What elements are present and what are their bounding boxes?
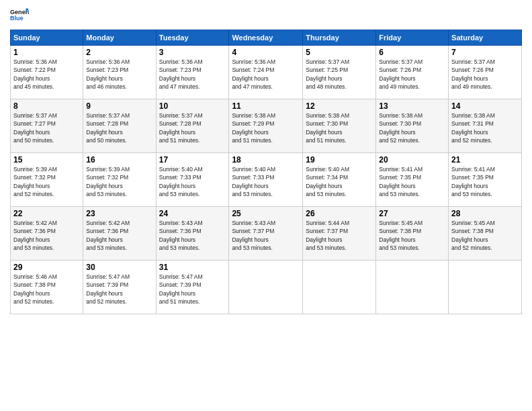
week-row-5: 29 Sunrise: 5:46 AMSunset: 7:38 PMDaylig… xyxy=(11,261,522,314)
calendar-cell xyxy=(229,261,303,314)
day-number: 19 xyxy=(306,155,373,165)
calendar-table: SundayMondayTuesdayWednesdayThursdayFrid… xyxy=(10,30,522,314)
calendar-cell: 16 Sunrise: 5:39 AMSunset: 7:32 PMDaylig… xyxy=(83,153,156,207)
day-number: 1 xyxy=(13,48,80,57)
logo-icon: General Blue xyxy=(10,7,29,26)
calendar-cell: 13 Sunrise: 5:38 AMSunset: 7:30 PMDaylig… xyxy=(376,99,449,153)
day-detail: Sunrise: 5:36 AMSunset: 7:23 PMDaylight … xyxy=(86,58,130,90)
day-number: 14 xyxy=(451,101,519,111)
calendar-cell xyxy=(449,261,522,314)
calendar-cell: 5 Sunrise: 5:37 AMSunset: 7:25 PMDayligh… xyxy=(303,46,376,99)
calendar-cell: 23 Sunrise: 5:42 AMSunset: 7:36 PMDaylig… xyxy=(83,207,156,261)
day-number: 10 xyxy=(159,101,226,111)
day-detail: Sunrise: 5:41 AMSunset: 7:35 PMDaylight … xyxy=(379,166,423,197)
day-number: 13 xyxy=(379,101,445,111)
calendar-cell xyxy=(376,261,449,314)
header: General Blue xyxy=(10,7,522,26)
calendar-cell: 31 Sunrise: 5:47 AMSunset: 7:39 PMDaylig… xyxy=(156,261,229,314)
day-detail: Sunrise: 5:38 AMSunset: 7:30 PMDaylight … xyxy=(379,112,423,144)
calendar-cell: 19 Sunrise: 5:40 AMSunset: 7:34 PMDaylig… xyxy=(303,153,376,207)
calendar-cell: 15 Sunrise: 5:39 AMSunset: 7:32 PMDaylig… xyxy=(11,153,83,207)
calendar-cell: 1 Sunrise: 5:36 AMSunset: 7:22 PMDayligh… xyxy=(11,46,83,99)
calendar-cell: 28 Sunrise: 5:45 AMSunset: 7:38 PMDaylig… xyxy=(449,207,522,261)
day-detail: Sunrise: 5:45 AMSunset: 7:38 PMDaylight … xyxy=(379,220,423,251)
day-detail: Sunrise: 5:46 AMSunset: 7:38 PMDaylight … xyxy=(13,273,57,305)
calendar-cell: 11 Sunrise: 5:38 AMSunset: 7:29 PMDaylig… xyxy=(229,99,303,153)
calendar-cell: 2 Sunrise: 5:36 AMSunset: 7:23 PMDayligh… xyxy=(83,46,156,99)
day-detail: Sunrise: 5:37 AMSunset: 7:26 PMDaylight … xyxy=(379,58,423,90)
day-number: 15 xyxy=(13,155,80,165)
day-detail: Sunrise: 5:37 AMSunset: 7:26 PMDaylight … xyxy=(451,58,495,90)
day-number: 8 xyxy=(13,101,80,111)
day-detail: Sunrise: 5:37 AMSunset: 7:25 PMDaylight … xyxy=(306,58,349,90)
calendar-cell: 26 Sunrise: 5:44 AMSunset: 7:37 PMDaylig… xyxy=(303,207,376,261)
day-detail: Sunrise: 5:47 AMSunset: 7:39 PMDaylight … xyxy=(86,273,130,305)
calendar-cell: 12 Sunrise: 5:38 AMSunset: 7:30 PMDaylig… xyxy=(303,99,376,153)
week-row-3: 15 Sunrise: 5:39 AMSunset: 7:32 PMDaylig… xyxy=(11,153,522,207)
day-detail: Sunrise: 5:36 AMSunset: 7:22 PMDaylight … xyxy=(13,58,57,90)
day-number: 2 xyxy=(86,48,152,57)
day-number: 26 xyxy=(306,209,373,218)
calendar-cell: 29 Sunrise: 5:46 AMSunset: 7:38 PMDaylig… xyxy=(11,261,83,314)
calendar-cell xyxy=(303,261,376,314)
day-number: 24 xyxy=(159,209,226,218)
calendar-cell: 14 Sunrise: 5:38 AMSunset: 7:31 PMDaylig… xyxy=(449,99,522,153)
day-number: 7 xyxy=(451,48,519,57)
day-detail: Sunrise: 5:41 AMSunset: 7:35 PMDaylight … xyxy=(451,166,495,197)
weekday-header-saturday: Saturday xyxy=(449,30,522,46)
page: General Blue SundayMondayTuesdayWednesda… xyxy=(0,0,532,411)
day-number: 27 xyxy=(379,209,445,218)
calendar-cell: 4 Sunrise: 5:36 AMSunset: 7:24 PMDayligh… xyxy=(229,46,303,99)
day-detail: Sunrise: 5:39 AMSunset: 7:32 PMDaylight … xyxy=(13,166,57,197)
day-detail: Sunrise: 5:42 AMSunset: 7:36 PMDaylight … xyxy=(13,220,57,251)
day-detail: Sunrise: 5:38 AMSunset: 7:31 PMDaylight … xyxy=(451,112,495,144)
day-number: 28 xyxy=(451,209,519,218)
day-number: 12 xyxy=(306,101,373,111)
day-detail: Sunrise: 5:39 AMSunset: 7:32 PMDaylight … xyxy=(86,166,130,197)
day-number: 18 xyxy=(232,155,300,165)
weekday-header-friday: Friday xyxy=(376,30,449,46)
day-detail: Sunrise: 5:42 AMSunset: 7:36 PMDaylight … xyxy=(86,220,130,251)
calendar-cell: 7 Sunrise: 5:37 AMSunset: 7:26 PMDayligh… xyxy=(449,46,522,99)
day-detail: Sunrise: 5:40 AMSunset: 7:33 PMDaylight … xyxy=(232,166,275,197)
weekday-header-tuesday: Tuesday xyxy=(156,30,229,46)
weekday-header-wednesday: Wednesday xyxy=(229,30,303,46)
day-detail: Sunrise: 5:44 AMSunset: 7:37 PMDaylight … xyxy=(306,220,349,251)
weekday-header-sunday: Sunday xyxy=(11,30,83,46)
day-detail: Sunrise: 5:45 AMSunset: 7:38 PMDaylight … xyxy=(451,220,495,251)
day-detail: Sunrise: 5:37 AMSunset: 7:28 PMDaylight … xyxy=(159,112,203,144)
day-detail: Sunrise: 5:47 AMSunset: 7:39 PMDaylight … xyxy=(159,273,203,305)
calendar-cell: 9 Sunrise: 5:37 AMSunset: 7:28 PMDayligh… xyxy=(83,99,156,153)
day-number: 21 xyxy=(451,155,519,165)
day-detail: Sunrise: 5:43 AMSunset: 7:37 PMDaylight … xyxy=(232,220,275,251)
weekday-header-monday: Monday xyxy=(83,30,156,46)
day-detail: Sunrise: 5:38 AMSunset: 7:30 PMDaylight … xyxy=(306,112,349,144)
calendar-cell: 3 Sunrise: 5:36 AMSunset: 7:23 PMDayligh… xyxy=(156,46,229,99)
day-number: 9 xyxy=(86,101,152,111)
calendar-cell: 30 Sunrise: 5:47 AMSunset: 7:39 PMDaylig… xyxy=(83,261,156,314)
day-detail: Sunrise: 5:36 AMSunset: 7:23 PMDaylight … xyxy=(159,58,203,90)
weekday-header-thursday: Thursday xyxy=(303,30,376,46)
day-detail: Sunrise: 5:36 AMSunset: 7:24 PMDaylight … xyxy=(232,58,275,90)
day-detail: Sunrise: 5:37 AMSunset: 7:27 PMDaylight … xyxy=(13,112,57,144)
day-number: 25 xyxy=(232,209,300,218)
svg-text:Blue: Blue xyxy=(10,15,24,21)
day-detail: Sunrise: 5:37 AMSunset: 7:28 PMDaylight … xyxy=(86,112,130,144)
calendar-cell: 6 Sunrise: 5:37 AMSunset: 7:26 PMDayligh… xyxy=(376,46,449,99)
calendar-cell: 8 Sunrise: 5:37 AMSunset: 7:27 PMDayligh… xyxy=(11,99,83,153)
day-number: 3 xyxy=(159,48,226,57)
calendar-cell: 25 Sunrise: 5:43 AMSunset: 7:37 PMDaylig… xyxy=(229,207,303,261)
calendar-cell: 18 Sunrise: 5:40 AMSunset: 7:33 PMDaylig… xyxy=(229,153,303,207)
day-number: 23 xyxy=(86,209,152,218)
calendar-cell: 20 Sunrise: 5:41 AMSunset: 7:35 PMDaylig… xyxy=(376,153,449,207)
day-number: 11 xyxy=(232,101,300,111)
calendar-cell: 17 Sunrise: 5:40 AMSunset: 7:33 PMDaylig… xyxy=(156,153,229,207)
day-number: 30 xyxy=(86,263,152,272)
week-row-1: 1 Sunrise: 5:36 AMSunset: 7:22 PMDayligh… xyxy=(11,46,522,99)
day-number: 5 xyxy=(306,48,373,57)
day-detail: Sunrise: 5:43 AMSunset: 7:36 PMDaylight … xyxy=(159,220,203,251)
calendar-cell: 24 Sunrise: 5:43 AMSunset: 7:36 PMDaylig… xyxy=(156,207,229,261)
day-number: 4 xyxy=(232,48,300,57)
day-number: 6 xyxy=(379,48,445,57)
day-number: 20 xyxy=(379,155,445,165)
